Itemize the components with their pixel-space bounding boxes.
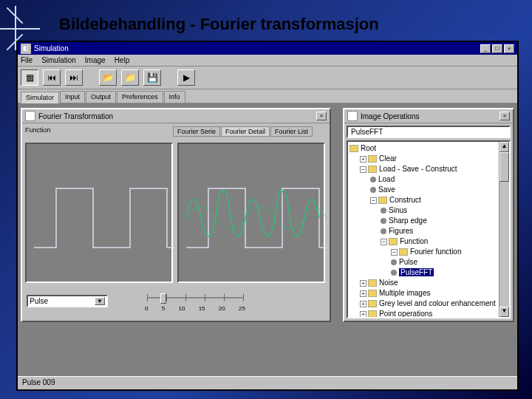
waveform-select-value: Pulse: [30, 297, 48, 305]
fourier-panel-close[interactable]: ×: [316, 112, 327, 120]
operations-titlebar: Image Operations ×: [344, 109, 513, 123]
tick-label: 15: [199, 305, 205, 312]
harmonics-slider[interactable]: 0 5 10 15 20 25: [145, 290, 245, 312]
selected-operation: PulseFFT: [347, 126, 511, 138]
tree-ffunc[interactable]: −Fourier function: [349, 247, 508, 257]
tree-point[interactable]: +Point operations: [349, 309, 508, 318]
toolbar-prev-button[interactable]: ⏮: [43, 69, 61, 86]
transform-icon: [25, 111, 35, 121]
statusbar: Pulse 009: [18, 376, 517, 389]
tab-fourier-serie[interactable]: Fourier Serie: [173, 126, 220, 137]
waveform-select[interactable]: Pulse ▼: [27, 295, 108, 307]
titlebar: ◧ Simulation _ □ ×: [18, 42, 517, 55]
tree-clear[interactable]: +Clear: [349, 154, 508, 164]
function-label: Function: [25, 126, 173, 137]
tree-load[interactable]: Load: [349, 174, 508, 185]
tick-label: 25: [239, 305, 245, 312]
scroll-thumb[interactable]: [499, 152, 509, 182]
tree-grey[interactable]: +Grey level and colour enhancement: [349, 299, 508, 309]
tree-construct[interactable]: −Construct: [349, 195, 508, 205]
operations-panel: Image Operations × PulseFFT Root +Clear …: [343, 108, 514, 322]
tick-label: 10: [178, 305, 185, 312]
tab-fourier-list[interactable]: Fourier List: [270, 126, 313, 137]
operations-tree[interactable]: Root +Clear −Load - Save - Construct Loa…: [347, 140, 511, 318]
window-title: Simulation: [34, 44, 69, 52]
scroll-up-button[interactable]: ▲: [499, 142, 509, 152]
toolbar-open-button[interactable]: 📂: [99, 69, 117, 86]
tree-pulsefft[interactable]: PulseFFT: [349, 267, 508, 278]
tick-label: 20: [219, 305, 225, 312]
menu-image[interactable]: Image: [85, 56, 106, 64]
app-icon: ◧: [21, 44, 31, 54]
function-plot: [25, 143, 173, 283]
operations-close[interactable]: ×: [499, 112, 510, 120]
scroll-down-button[interactable]: ▼: [499, 307, 509, 317]
tab-info[interactable]: Info: [164, 91, 185, 103]
tree-pulse[interactable]: Pulse: [349, 257, 508, 267]
toolbar-folder-button[interactable]: 📁: [121, 69, 139, 86]
operations-title: Image Operations: [361, 112, 420, 120]
fourier-plot: [177, 143, 325, 283]
tree-multi[interactable]: +Multiple images: [349, 288, 508, 299]
menu-help[interactable]: Help: [115, 56, 130, 64]
tree-noise[interactable]: +Noise: [349, 278, 508, 288]
menu-file[interactable]: File: [21, 56, 33, 64]
tabs-row: Simulator Input Output Preferences Info: [18, 89, 517, 103]
toolbar-next-button[interactable]: ⏭: [65, 69, 83, 86]
operations-icon: [347, 111, 358, 121]
minimize-button[interactable]: _: [480, 44, 491, 53]
close-button[interactable]: ×: [504, 44, 514, 53]
tab-output[interactable]: Output: [86, 91, 116, 103]
app-window: ◧ Simulation _ □ × File Simulation Image…: [16, 41, 519, 391]
toolbar-run-button[interactable]: ▶: [177, 69, 195, 86]
slider-thumb[interactable]: [160, 293, 166, 304]
tree-sharp[interactable]: Sharp edge: [349, 216, 508, 226]
tree-lsc[interactable]: −Load - Save - Construct: [349, 164, 508, 174]
fourier-panel-titlebar: Fourier Transformation ×: [22, 109, 330, 123]
menu-simulation[interactable]: Simulation: [41, 56, 76, 64]
tree-function[interactable]: −Function: [349, 236, 508, 247]
fourier-panel: Fourier Transformation × Function Fourie…: [21, 108, 331, 322]
tree-scrollbar[interactable]: ▲ ▼: [499, 142, 509, 317]
toolbar-sim-button[interactable]: ▦: [21, 69, 38, 86]
page-title: Bildebehandling - Fourier transformasjon: [59, 15, 379, 34]
tick-label: 0: [145, 305, 148, 312]
toolbar: ▦ ⏮ ⏭ 📂 📁 💾 ▶: [18, 66, 517, 89]
tree-save[interactable]: Save: [349, 185, 508, 195]
chevron-down-icon: ▼: [95, 297, 105, 305]
tree-figures[interactable]: Figures: [349, 226, 508, 236]
tab-preferences[interactable]: Preferences: [117, 91, 163, 103]
menubar: File Simulation Image Help: [18, 55, 517, 66]
tree-root[interactable]: Root: [349, 143, 508, 154]
tick-label: 5: [162, 305, 165, 312]
tree-sinus[interactable]: Sinus: [349, 205, 508, 216]
tab-input[interactable]: Input: [60, 91, 85, 103]
maximize-button[interactable]: □: [492, 44, 502, 53]
body-area: Fourier Transformation × Function Fourie…: [18, 103, 517, 376]
toolbar-save-button[interactable]: 💾: [143, 69, 161, 86]
tab-fourier-detail[interactable]: Fourier Detail: [221, 126, 270, 137]
fourier-panel-title: Fourier Transformation: [38, 112, 113, 120]
tab-simulator[interactable]: Simulator: [21, 92, 59, 103]
